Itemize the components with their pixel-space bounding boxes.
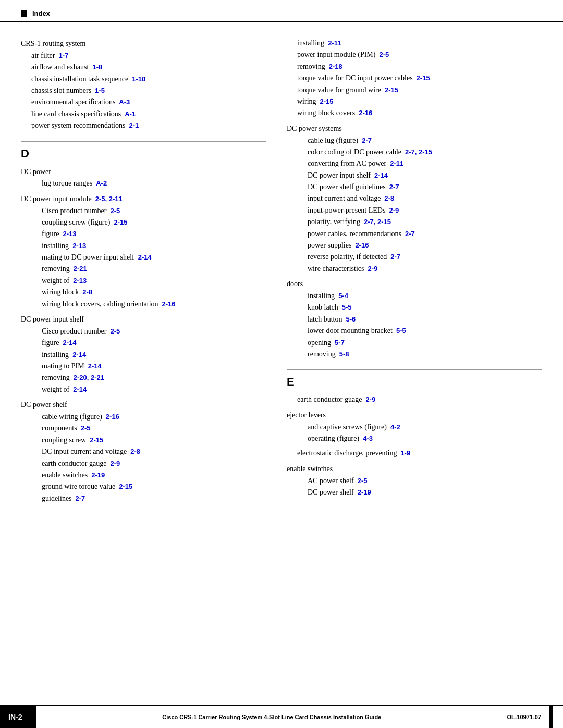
ref: 5-7 (335, 339, 345, 347)
list-item: Cisco product number 2-5 (42, 326, 266, 337)
list-item: wiring block 2-8 (42, 287, 266, 298)
list-item: input-power-present LEDs 2-9 (308, 205, 542, 216)
list-item: weight of 2-13 (42, 275, 266, 287)
list-item: input current and voltage 2-8 (308, 193, 542, 204)
ref: 2-16 (106, 413, 119, 421)
ref: 5-6 (346, 315, 356, 323)
dc-power-input-shelf-group: DC power input shelf Cisco product numbe… (21, 313, 266, 396)
right-top-entries: installing 2-11 power input module (PIM)… (287, 38, 542, 119)
list-item: reverse polarity, if detected 2-7 (308, 251, 542, 263)
list-item: lower door mounting bracket 5-5 (308, 325, 542, 337)
list-item: air filter 1-7 (31, 50, 266, 61)
list-item: electrostatic discharge, preventing 1-9 (297, 448, 542, 459)
ref: 2-16 (355, 241, 369, 249)
ref: A-3 (119, 98, 130, 106)
dc-power-input-shelf-heading: DC power input shelf (21, 313, 266, 326)
dc-power-heading: DC power (21, 166, 266, 178)
main-content: CRS-1 routing system air filter 1-7 airf… (0, 22, 563, 546)
ref: 1-8 (92, 63, 102, 71)
list-item: power input module (PIM) 2-5 (297, 49, 542, 60)
ref: 2-5 (110, 327, 120, 335)
footer-doc-number: OL-10971-07 (507, 706, 563, 729)
list-item: AC power shelf 2-5 (308, 475, 542, 487)
ref: A-2 (96, 179, 107, 187)
list-item: wiring 2-15 (297, 96, 542, 107)
list-item: torque value for DC input power cables 2… (297, 72, 542, 84)
section-divider-e (287, 369, 542, 370)
ref: 2-14 (63, 339, 76, 347)
list-item: converting from AC power 2-11 (308, 158, 542, 169)
electrostatic-entry: electrostatic discharge, preventing 1-9 (287, 448, 542, 459)
list-item: DC power shelf guidelines 2-7 (308, 181, 542, 193)
page-footer: IN-2 Cisco CRS-1 Carrier Routing System … (0, 705, 563, 728)
doc-number-label: OL-10971-07 (507, 714, 541, 720)
list-item: coupling screw 2-15 (42, 435, 266, 446)
header-title: Index (32, 9, 50, 17)
list-item: removing 2-18 (297, 61, 542, 72)
list-item: lug torque ranges A-2 (42, 178, 266, 189)
ref: 2-8 (130, 448, 140, 455)
e-section-group: earth conductor guage 2-9 (287, 394, 542, 405)
list-item: installing 2-14 (42, 349, 266, 361)
doors-group: doors installing 5-4 knob latch 5-5 latc… (287, 278, 542, 360)
dc-power-systems-heading: DC power systems (287, 122, 542, 135)
ref: 2-5 (110, 207, 120, 215)
list-item: mating to DC power input shelf 2-14 (42, 252, 266, 263)
ejector-levers-heading: ejector levers (287, 409, 542, 422)
ref: A-1 (125, 110, 136, 118)
ref: 2-7 (389, 183, 399, 191)
ref: 2-20, 2-21 (74, 374, 104, 381)
ref: 2-14 (73, 386, 87, 393)
list-item: guidelines 2-7 (42, 493, 266, 504)
ref: 2-15 (90, 436, 103, 444)
ref: 5-4 (338, 292, 348, 300)
ref: 2-7, 2-15 (364, 218, 391, 226)
list-item: removing 2-21 (42, 263, 266, 275)
list-item: line card chassis specifications A-1 (31, 108, 266, 120)
list-item: removing 5-8 (308, 349, 542, 360)
list-item: coupling screw (figure) 2-15 (42, 217, 266, 228)
list-item: airflow and exhaust 1-8 (31, 61, 266, 73)
ref: 2-8 (82, 288, 92, 296)
footer-right-bar (549, 706, 553, 729)
list-item: components 2-5 (42, 423, 266, 434)
ref: 4-3 (363, 435, 373, 442)
list-item: cable lug (figure) 2-7 (308, 135, 542, 146)
ref: 2-5 (358, 477, 368, 485)
ref: 2-14 (138, 253, 152, 261)
ref: 2-19 (358, 488, 371, 496)
ref: 2-14 (88, 362, 102, 370)
list-item: earth conductor guage 2-9 (297, 394, 542, 405)
ref: 2-9 (368, 265, 377, 273)
list-item: installing 2-11 (297, 38, 542, 49)
right-column: installing 2-11 power input module (PIM)… (282, 38, 542, 504)
list-item: removing 2-20, 2-21 (42, 372, 266, 384)
doors-heading: doors (287, 278, 542, 290)
ref: 1-7 (58, 52, 68, 59)
page-number: IN-2 (0, 706, 36, 729)
ref: 2-15 (320, 97, 334, 105)
crs-heading: CRS-1 routing system (21, 38, 266, 50)
ref: 2-5 (379, 51, 389, 58)
crs-section: CRS-1 routing system air filter 1-7 airf… (21, 38, 266, 132)
list-item: opening 5-7 (308, 337, 542, 349)
ref: 2-14 (374, 171, 388, 179)
ref: 2-7, 2-15 (405, 148, 432, 156)
ref: 1-9 (400, 449, 410, 457)
ref: 2-21 (74, 265, 87, 273)
list-item: and captive screws (figure) 4-2 (308, 422, 542, 433)
list-item: wiring block covers 2-16 (297, 107, 542, 119)
ref: 2-7 (76, 495, 85, 502)
ref: 2-9 (110, 460, 120, 467)
ref: 4-2 (390, 423, 400, 431)
list-item: mating to PIM 2-14 (42, 361, 266, 372)
list-item: weight of 2-14 (42, 384, 266, 396)
ref: 2-19 (91, 471, 105, 479)
dc-power-shelf-heading: DC power shelf (21, 399, 266, 411)
ref: 2-9 (365, 396, 375, 403)
list-item: power cables, recommendations 2-7 (308, 228, 542, 240)
ref: 2-16 (359, 109, 372, 117)
ref: 2-5 (81, 424, 91, 432)
ref: 5-5 (342, 303, 352, 311)
list-item: power system recommendations 2-1 (31, 120, 266, 131)
